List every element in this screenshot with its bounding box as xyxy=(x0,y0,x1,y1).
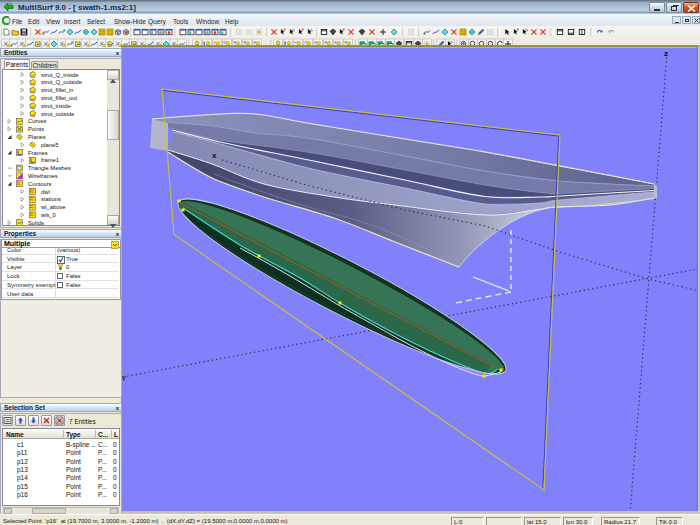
svg-text:Wireframes: Wireframes xyxy=(28,173,58,179)
svg-text:Triangle Meshes: Triangle Meshes xyxy=(28,165,71,171)
svg-text:z: z xyxy=(664,49,668,58)
svg-text:strut_Q_outside: strut_Q_outside xyxy=(41,79,82,85)
svg-text:wl_above: wl_above xyxy=(40,204,66,210)
svg-text:dwl: dwl xyxy=(41,189,50,195)
svg-text:Frames: Frames xyxy=(28,150,48,156)
svg-text:Solids: Solids xyxy=(28,220,44,225)
svg-text:Planes: Planes xyxy=(28,134,46,140)
svg-text:Curves: Curves xyxy=(28,118,46,124)
svg-text:stations: stations xyxy=(41,196,61,202)
svg-text:Y: Y xyxy=(121,374,126,383)
svg-text:strut_outside: strut_outside xyxy=(41,111,74,117)
svg-text:strut_fillet_out: strut_fillet_out xyxy=(41,95,77,101)
svg-text:strut_Q_inside: strut_Q_inside xyxy=(41,72,78,78)
svg-text:frame1: frame1 xyxy=(41,157,59,163)
svg-text:plane5: plane5 xyxy=(41,142,58,148)
svg-text:strut_fillet_in: strut_fillet_in xyxy=(41,87,74,93)
svg-text:wls_0: wls_0 xyxy=(40,212,56,218)
svg-text:strut_inside: strut_inside xyxy=(41,103,71,109)
svg-text:x: x xyxy=(212,151,217,160)
svg-text:Contours: Contours xyxy=(28,181,52,187)
svg-text:Points: Points xyxy=(28,126,44,132)
